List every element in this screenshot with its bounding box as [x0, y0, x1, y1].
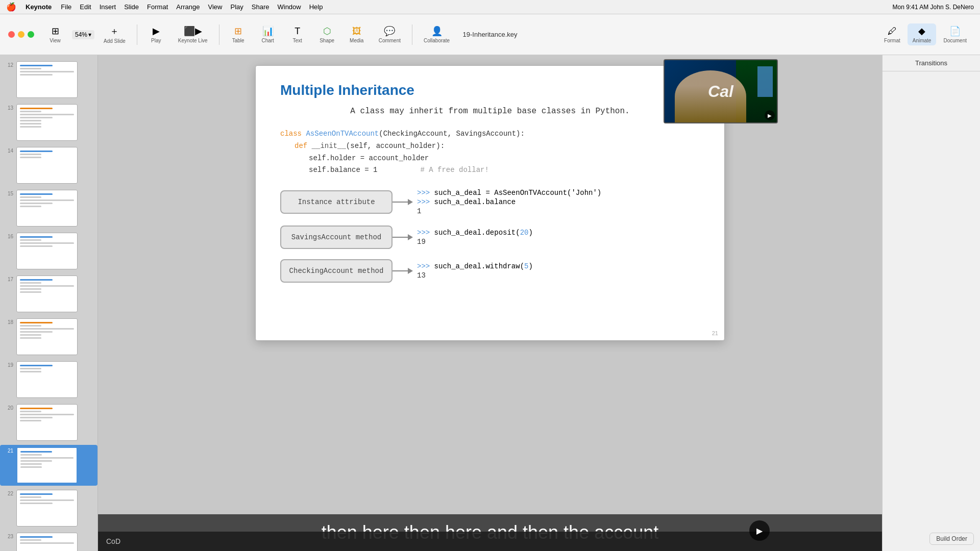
document-panel-button[interactable]: 📄 Document — [938, 23, 972, 45]
instance-attr-output: >>> such_a_deal = AsSeenOnTVAccount('Joh… — [417, 189, 601, 215]
video-play-button[interactable]: ▶ — [765, 110, 775, 120]
app-name[interactable]: Keynote — [26, 3, 52, 11]
zoom-control[interactable]: 54% ▾ — [72, 30, 94, 39]
savings-method-label: SavingsAccount method — [280, 226, 393, 249]
slide-panel: 12 13 14 — [0, 55, 98, 551]
right-panel: Transitions Build Order — [882, 55, 980, 551]
slide-canvas: Multiple Inheritance A class may inherit… — [255, 65, 725, 341]
savings-method-output: >>> such_a_deal.deposit(20) 19 — [417, 229, 533, 246]
add-slide-button[interactable]: ＋ Add Slide — [99, 23, 131, 46]
checking-method-label: CheckingAccount method — [280, 259, 393, 283]
slide-thumbnail-14[interactable]: 14 — [0, 145, 97, 186]
floating-play-button[interactable]: ▶ — [749, 520, 770, 541]
menu-help[interactable]: Help — [309, 3, 323, 11]
diagram-row-2: SavingsAccount method >>> such_a_deal.de… — [280, 226, 700, 249]
animate-panel-button[interactable]: ◆ Animate — [908, 23, 937, 45]
slide-thumbnail-23[interactable]: 23 — [0, 531, 97, 551]
slide-thumbnail-20[interactable]: 20 — [0, 402, 97, 443]
view-button[interactable]: ⊞ View — [42, 23, 68, 45]
build-order-button[interactable]: Build Order — [929, 533, 974, 545]
apple-menu[interactable]: 🍎 — [6, 2, 16, 12]
menu-view[interactable]: View — [208, 3, 223, 11]
menu-share[interactable]: Share — [252, 3, 270, 11]
menu-file[interactable]: File — [61, 3, 71, 11]
diagram: Instance attribute >>> such_a_deal = AsS… — [280, 189, 700, 283]
shape-button[interactable]: ⬡ Shape — [314, 23, 340, 45]
menu-format[interactable]: Format — [147, 3, 168, 11]
slide-subtitle: A class may inherit from multiple base c… — [280, 107, 700, 116]
menu-edit[interactable]: Edit — [80, 3, 91, 11]
slide-thumbnail-19[interactable]: 19 — [0, 359, 97, 400]
table-button[interactable]: ⊞ Table — [226, 23, 251, 45]
slide-thumbnail-16[interactable]: 16 — [0, 231, 97, 271]
collaborate-button[interactable]: 👤 Collaborate — [419, 23, 455, 45]
slide-thumbnail-22[interactable]: 22 — [0, 488, 97, 529]
menubar: 🍎 Keynote File Edit Insert Slide Format … — [0, 0, 980, 14]
minimize-button[interactable] — [18, 31, 24, 38]
diagram-row-1: Instance attribute >>> such_a_deal = AsS… — [280, 189, 700, 215]
checking-method-output: >>> such_a_deal.withdraw(5) 13 — [417, 262, 533, 280]
code-block: class AsSeenOnTVAccount(CheckingAccount,… — [280, 128, 700, 177]
menu-window[interactable]: Window — [277, 3, 301, 11]
maximize-button[interactable] — [28, 31, 34, 38]
menu-slide[interactable]: Slide — [124, 3, 139, 11]
slide-title: Multiple Inheritance — [280, 82, 700, 98]
toolbar-file-title: 19-Inheritance.key — [463, 31, 518, 38]
slide-thumbnail-12[interactable]: 12 — [0, 59, 97, 100]
close-button[interactable] — [8, 31, 15, 38]
transitions-header: Transitions — [883, 55, 980, 71]
slide-thumbnail-17[interactable]: 17 — [0, 273, 97, 314]
content-area: Cal ▶ Multiple Inheritance A class may i… — [98, 55, 882, 551]
menu-play[interactable]: Play — [230, 3, 243, 11]
slide-thumbnail-21[interactable]: 21 — [0, 445, 97, 486]
keynote-live-button[interactable]: ⬛▶ Keynote Live — [173, 23, 213, 45]
slide-thumbnail-18[interactable]: 18 — [0, 316, 97, 357]
toolbar: ⊞ View 54% ▾ ＋ Add Slide ▶ Play ⬛▶ Keyno… — [0, 14, 980, 55]
media-button[interactable]: 🖼 Media — [344, 24, 370, 45]
slide-thumbnail-15[interactable]: 15 — [0, 188, 97, 229]
slide-thumbnail-13[interactable]: 13 — [0, 102, 97, 143]
menu-arrange[interactable]: Arrange — [176, 3, 200, 11]
video-overlay[interactable]: Cal ▶ — [664, 59, 778, 123]
menu-insert[interactable]: Insert — [100, 3, 116, 11]
clock-display: Mon 9:41 AM John S. DeNero — [893, 4, 974, 11]
slide-page-number: 21 — [712, 330, 718, 336]
format-panel-button[interactable]: 🖊 Format — [879, 24, 905, 45]
diagram-row-3: CheckingAccount method >>> such_a_deal.w… — [280, 259, 700, 283]
text-button[interactable]: T Text — [285, 24, 310, 45]
comment-button[interactable]: 💬 Comment — [374, 23, 406, 45]
instance-attr-label: Instance attribute — [280, 190, 393, 214]
play-button[interactable]: ▶ Play — [143, 23, 169, 45]
chart-button[interactable]: 📊 Chart — [255, 23, 281, 45]
